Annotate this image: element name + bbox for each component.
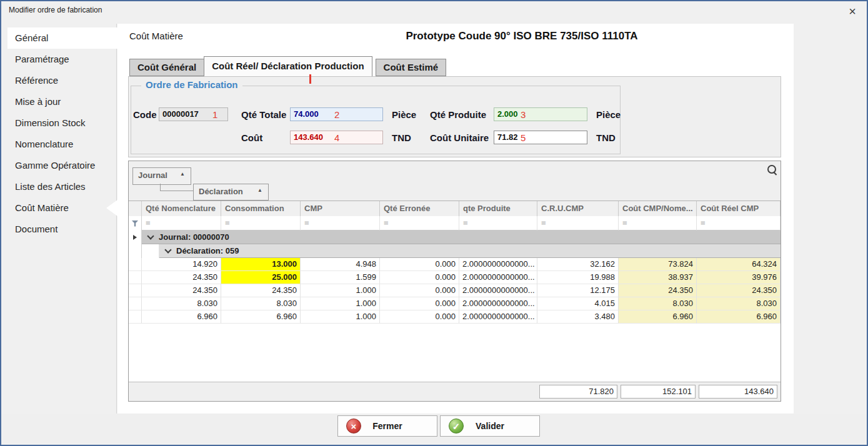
column-header-3[interactable]: Qté Erronée xyxy=(380,201,459,217)
grid-cell[interactable]: 32.162 xyxy=(537,258,619,271)
grid-cell[interactable]: 1.000 xyxy=(301,310,380,324)
grid-cell[interactable]: 0.000 xyxy=(380,271,459,284)
sidebar-item-nomenclature[interactable]: Nomenclature xyxy=(7,134,117,155)
grid-cell[interactable]: 6.960 xyxy=(142,310,221,324)
column-header-5[interactable]: C.R.U.CMP xyxy=(537,201,619,217)
grid-cell[interactable]: 73.824 xyxy=(619,258,697,271)
dialog-footer: × Fermer ✓ Valider xyxy=(1,414,867,445)
grid-cell[interactable]: 0.000 xyxy=(380,297,459,310)
grid-cell[interactable]: 13.000 xyxy=(221,258,301,271)
sidebar-item-cout-matiere[interactable]: Coût Matière xyxy=(7,197,117,219)
sidebar-item-liste-des-articles[interactable]: Liste des Articles xyxy=(7,176,117,197)
grid-header-row: Qté NomenclatureConsommationCMPQté Erron… xyxy=(129,201,781,217)
grid-cell[interactable]: 24.350 xyxy=(697,284,781,297)
grid-cell[interactable]: 2.0000000000000... xyxy=(459,284,537,297)
grid-cell[interactable]: 0.000 xyxy=(380,310,459,324)
sidebar-item-mise-a-jour[interactable]: Mise à jour xyxy=(7,91,117,112)
cout-field[interactable]: 143.640 4 xyxy=(290,131,383,144)
sidebar-item-parametrage[interactable]: Paramétrage xyxy=(7,49,117,70)
grid-cell[interactable]: 4.015 xyxy=(537,297,619,310)
page-title: Prototype Coude 90° ISO BRE 735/ISO 1110… xyxy=(269,30,775,42)
column-header-6[interactable]: Coût CMP/Nome... xyxy=(619,201,697,217)
grid-cell[interactable]: 1.599 xyxy=(301,271,380,284)
page-label: Coût Matière xyxy=(129,31,183,41)
groupby-declaration[interactable]: Déclaration ▲ xyxy=(193,184,269,201)
group-row-declaration-bar[interactable]: Déclaration: 059 xyxy=(159,244,781,258)
qte-totale-field[interactable]: 74.000 2 xyxy=(290,107,383,121)
group-row-journal[interactable]: Journal: 00000070 xyxy=(129,230,781,244)
grid-cell[interactable]: 0.000 xyxy=(380,258,459,271)
grid-cell[interactable]: 38.937 xyxy=(619,271,697,284)
row-indicator-cell xyxy=(129,271,142,284)
grid-cell[interactable]: 2.0000000000000... xyxy=(459,271,537,284)
grid-cell[interactable]: 14.920 xyxy=(142,258,221,271)
tab-cout-reel-declaration-production[interactable]: Coût Réel/ Déclaration Production xyxy=(204,56,372,76)
filter-cell-2[interactable]: = xyxy=(301,216,380,230)
grid-cell[interactable]: 19.988 xyxy=(537,271,619,284)
sidebar-item-gamme-operatoire[interactable]: Gamme Opératoire xyxy=(7,155,117,176)
sidebar-item-dimension-stock[interactable]: Dimension Stock xyxy=(7,112,117,134)
row-indicator-cell xyxy=(129,297,142,310)
grid-cell[interactable]: 24.350 xyxy=(619,284,697,297)
fermer-button[interactable]: × Fermer xyxy=(337,415,437,437)
tab-cout-general[interactable]: Coût Général xyxy=(129,59,204,76)
grid-cell[interactable]: 1.000 xyxy=(301,284,380,297)
sidebar-item-document[interactable]: Document xyxy=(7,219,117,240)
collapse-chevron-icon[interactable] xyxy=(147,232,154,239)
column-header-7[interactable]: Coût Réel CMP xyxy=(697,201,781,217)
grid-cell[interactable]: 6.960 xyxy=(619,310,697,324)
grid-cell[interactable]: 8.030 xyxy=(142,297,221,310)
row-indicator-cell xyxy=(129,244,142,258)
filter-cell-1[interactable]: = xyxy=(221,216,301,230)
grid-cell[interactable]: 3.480 xyxy=(537,310,619,324)
grid-cell[interactable]: 24.350 xyxy=(221,284,301,297)
qte-totale-unit: Pièce xyxy=(392,109,416,120)
cout-unitaire-field[interactable]: 71.82 5 xyxy=(494,131,587,144)
filter-cell-7[interactable]: = xyxy=(697,216,781,230)
filter-cell-0[interactable]: = xyxy=(142,216,221,230)
tab-cout-estime[interactable]: Coût Estimé xyxy=(376,59,447,76)
column-header-0[interactable]: Qté Nomenclature xyxy=(142,201,221,217)
grid-cell[interactable]: 8.030 xyxy=(221,297,301,310)
code-field[interactable]: 00000017 1 xyxy=(159,107,228,121)
filter-cell-5[interactable]: = xyxy=(537,216,619,230)
current-section-arrow-icon xyxy=(106,200,117,216)
filter-cell-4[interactable]: = xyxy=(459,216,537,230)
column-header-1[interactable]: Consommation xyxy=(221,201,301,217)
grid-cell[interactable]: 0.000 xyxy=(380,284,459,297)
grid-cell[interactable]: 4.948 xyxy=(301,258,380,271)
footer-total-cout-cmp-nome: 152.101 xyxy=(621,385,696,399)
grid-cell[interactable]: 24.350 xyxy=(142,271,221,284)
groupby-journal[interactable]: Journal ▲ xyxy=(132,167,191,185)
grid-cell[interactable]: 39.976 xyxy=(697,271,781,284)
grid-cell[interactable]: 2.0000000000000... xyxy=(459,297,537,310)
grid-cell[interactable]: 8.030 xyxy=(697,297,781,310)
grid-cell[interactable]: 1.000 xyxy=(301,297,380,310)
groupbox-title: Ordre de Fabrication xyxy=(141,79,242,90)
grid-cell[interactable]: 2.0000000000000... xyxy=(459,258,537,271)
filter-cell-3[interactable]: = xyxy=(380,216,459,230)
column-header-2[interactable]: CMP xyxy=(301,201,380,217)
group-row-declaration[interactable]: Déclaration: 059 xyxy=(129,244,781,258)
collapse-chevron-icon[interactable] xyxy=(164,246,171,253)
grid-cell[interactable]: 64.324 xyxy=(697,258,781,271)
qte-produite-field[interactable]: 2.000 3 xyxy=(494,107,587,121)
filter-cell-6[interactable]: = xyxy=(619,216,697,230)
grid-cell[interactable]: 25.000 xyxy=(221,271,301,284)
valider-button[interactable]: ✓ Valider xyxy=(440,415,540,437)
grid-cell[interactable]: 6.960 xyxy=(697,310,781,324)
cout-unitaire-value: 71.82 xyxy=(497,132,518,142)
group-row-journal-bar[interactable]: Journal: 00000070 xyxy=(142,230,781,244)
grid-cell[interactable]: 24.350 xyxy=(142,284,221,297)
close-icon[interactable]: × xyxy=(841,2,864,20)
valider-button-label: Valider xyxy=(441,416,539,436)
sidebar-item-reference[interactable]: Référence xyxy=(7,70,117,91)
dialog-modifier-ordre-de-fabrication: Modifier ordre de fabrication × GénéralP… xyxy=(0,0,868,446)
grid-cell[interactable]: 8.030 xyxy=(619,297,697,310)
grid-cell[interactable]: 12.175 xyxy=(537,284,619,297)
search-icon[interactable] xyxy=(767,165,779,176)
column-header-4[interactable]: qte Produite xyxy=(459,201,537,217)
sidebar-item-general[interactable]: Général xyxy=(7,27,117,49)
grid-cell[interactable]: 2.0000000000000... xyxy=(459,310,537,324)
grid-cell[interactable]: 6.960 xyxy=(221,310,301,324)
